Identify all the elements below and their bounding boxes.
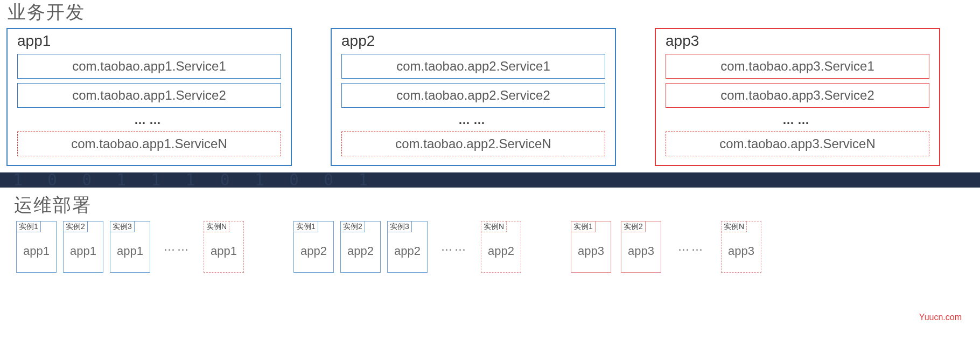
instance-box-n: 实例N app1 [204,221,244,273]
instance-box: 实例3 app1 [110,221,150,273]
instance-label: 实例1 [16,221,41,232]
service-item: com.taobao.app3.Service1 [666,54,929,79]
instance-label: 实例N [481,221,507,232]
instance-app: app1 [70,244,96,258]
service-item: com.taobao.app1.Service1 [17,54,281,79]
instance-app: app1 [211,244,237,258]
service-item-n: com.taobao.app1.ServiceN [17,131,281,156]
service-item-n: com.taobao.app3.ServiceN [666,131,929,156]
instance-app: app3 [628,244,654,258]
service-item: com.taobao.app2.Service1 [341,54,605,79]
ellipsis: …… [17,113,281,127]
section-title-ops: 运维部署 [14,193,974,218]
instance-box: 实例1 app3 [571,221,611,273]
service-item: com.taobao.app1.Service2 [17,83,281,108]
instance-box: 实例2 app3 [621,221,661,273]
instance-app: app1 [23,244,50,258]
instances-row: 实例1 app1 实例2 app1 实例3 app1 …… 实例N app1 实… [6,221,974,273]
instance-label: 实例2 [63,221,88,232]
watermark: Yuucn.com [919,313,962,322]
instance-box: 实例2 app1 [63,221,103,273]
instance-app: app3 [728,244,754,258]
instance-label: 实例2 [621,221,646,232]
section-title-dev: 业务开发 [8,0,980,25]
instance-label: 实例1 [293,221,318,232]
instance-label: 实例N [721,221,747,232]
instance-label: 实例3 [110,221,135,232]
instance-app: app3 [578,244,604,258]
instance-app: app2 [394,244,421,258]
instance-app: app2 [347,244,374,258]
instance-app: app2 [488,244,514,258]
apps-row: app1 com.taobao.app1.Service1 com.taobao… [0,28,980,166]
ellipsis: …… [666,113,929,127]
instance-label: 实例N [204,221,229,232]
app-box-app3: app3 com.taobao.app3.Service1 com.taobao… [655,28,940,166]
service-item: com.taobao.app3.Service2 [666,83,929,108]
app-title: app2 [341,32,605,50]
instance-box: 实例2 app2 [340,221,381,273]
instance-label: 实例1 [571,221,596,232]
instance-label: 实例3 [387,221,412,232]
instance-label: 实例2 [340,221,365,232]
instance-box: 实例3 app2 [387,221,428,273]
instance-app: app1 [117,244,143,258]
instance-box: 实例1 app1 [16,221,57,273]
instance-ellipsis: …… [434,221,474,273]
instance-app: app2 [300,244,327,258]
instance-ellipsis: …… [157,221,197,273]
app-box-app1: app1 com.taobao.app1.Service1 com.taobao… [6,28,292,166]
instance-group-app2: 实例1 app2 实例2 app2 实例3 app2 …… 实例N app2 [293,221,521,273]
instance-box-n: 实例N app3 [721,221,761,273]
ellipsis: …… [341,113,605,127]
divider-bar [0,172,980,188]
app-box-app2: app2 com.taobao.app2.Service1 com.taobao… [331,28,616,166]
instance-box-n: 实例N app2 [481,221,521,273]
instance-ellipsis: …… [671,221,711,273]
service-item-n: com.taobao.app2.ServiceN [341,131,605,156]
instance-box: 实例1 app2 [293,221,334,273]
service-item: com.taobao.app2.Service2 [341,83,605,108]
app-title: app3 [666,32,929,50]
instance-group-app3: 实例1 app3 实例2 app3 …… 实例N app3 [571,221,761,273]
app-title: app1 [17,32,281,50]
instance-group-app1: 实例1 app1 实例2 app1 实例3 app1 …… 实例N app1 [16,221,244,273]
